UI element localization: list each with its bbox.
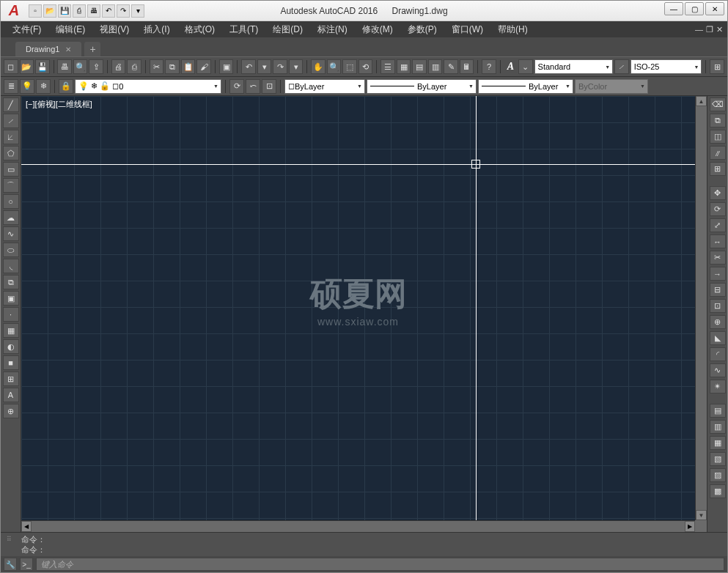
close-button[interactable]: ✕ <box>705 2 724 15</box>
menu-edit[interactable]: 编辑(E) <box>48 23 92 36</box>
command-input[interactable]: 键入命令 <box>36 558 724 571</box>
offset-icon[interactable]: ⫽ <box>710 146 726 160</box>
menu-dimension[interactable]: 标注(N) <box>310 23 355 36</box>
ellipse-arc-icon[interactable]: ◟ <box>3 259 19 273</box>
viewport-controls[interactable]: [−][俯视][二维线框] <box>26 99 92 110</box>
tab-close-icon[interactable]: ✕ <box>65 45 71 53</box>
revcloud-icon[interactable]: ☁ <box>3 210 19 225</box>
publish-icon[interactable]: ⇪ <box>89 59 103 74</box>
insert-block-icon[interactable]: ⧉ <box>3 275 19 289</box>
batch-plot-icon[interactable]: ⎙ <box>127 59 141 74</box>
scroll-up-icon[interactable]: ▲ <box>696 96 707 106</box>
table-icon[interactable]: ⊞ <box>3 371 19 386</box>
polyline-icon[interactable]: ⟀ <box>3 130 19 144</box>
layer-freeze-icon[interactable]: ❄ <box>36 79 51 94</box>
stretch-icon[interactable]: ↔ <box>710 234 726 248</box>
properties-icon[interactable]: ☰ <box>380 59 395 74</box>
text-style-dropdown[interactable]: Standard <box>534 59 614 74</box>
region-icon[interactable]: ■ <box>3 355 19 370</box>
point-icon[interactable]: ∙ <box>3 307 19 322</box>
tool-palette-icon[interactable]: ▤ <box>412 59 427 74</box>
scroll-down-icon[interactable]: ▼ <box>696 510 707 520</box>
join-icon[interactable]: ⊕ <box>710 315 726 329</box>
cmd-prompt-icon[interactable]: >_ <box>20 558 33 571</box>
zoom-prev-icon[interactable]: ⟲ <box>359 59 373 74</box>
layer-dropdown[interactable]: 💡 ❄ 🔓 ◻ 0 <box>75 79 221 94</box>
mtext-icon[interactable]: A <box>3 388 19 402</box>
design-center-icon[interactable]: ▦ <box>397 59 411 74</box>
rectangle-icon[interactable]: ▭ <box>3 162 19 177</box>
doc-minimize-icon[interactable]: — <box>695 25 703 34</box>
print-icon[interactable]: 🖨 <box>111 59 126 74</box>
chamfer-icon[interactable]: ◣ <box>710 331 726 345</box>
layer-lock-icon[interactable]: 🔒 <box>59 79 73 94</box>
fillet-icon[interactable]: ◜ <box>710 347 726 361</box>
markup-icon[interactable]: ✎ <box>444 59 458 74</box>
undo-icon[interactable]: ↶ <box>241 59 256 74</box>
extend-icon[interactable]: → <box>710 267 726 281</box>
table-style-icon[interactable]: ⊞ <box>710 59 724 74</box>
plot-icon[interactable]: 🖶 <box>57 59 72 74</box>
copy-icon[interactable]: ⧉ <box>165 59 180 74</box>
ellipse-icon[interactable]: ⬭ <box>3 243 19 257</box>
zoom-win-icon[interactable]: ⬚ <box>342 59 357 74</box>
plot-preview-icon[interactable]: 🔍 <box>73 59 88 74</box>
qat-saveas-icon[interactable]: ⎙ <box>73 4 86 18</box>
array-icon[interactable]: ⊞ <box>710 162 726 176</box>
make-block-icon[interactable]: ▣ <box>3 291 19 306</box>
open-icon[interactable]: 📂 <box>20 59 34 74</box>
addselect-icon[interactable]: ⊕ <box>3 404 19 418</box>
color-dropdown[interactable]: ◻ ByLayer <box>284 79 365 94</box>
explode-icon[interactable]: ✴ <box>710 380 726 393</box>
drawing-canvas[interactable]: [−][俯视][二维线框] 硕夏网 www.sxiaw.com <box>21 96 695 520</box>
doc-close-icon[interactable]: ✕ <box>716 25 723 34</box>
draworder-above-icon[interactable]: ▦ <box>710 436 726 450</box>
hatch-back-icon[interactable]: ▨ <box>710 468 726 482</box>
tab-add-button[interactable]: + <box>84 42 100 56</box>
arc-icon[interactable]: ⌒ <box>3 178 19 193</box>
layer-prev-icon[interactable]: ⤺ <box>246 79 260 94</box>
lineweight-dropdown[interactable]: ByLayer <box>478 79 573 94</box>
match-prop-icon[interactable]: 🖌 <box>196 59 211 74</box>
mirror-icon[interactable]: ◫ <box>710 130 726 144</box>
menu-help[interactable]: 帮助(H) <box>490 23 535 36</box>
qat-print-icon[interactable]: 🖶 <box>87 4 100 18</box>
save-icon[interactable]: 💾 <box>35 59 50 74</box>
menu-file[interactable]: 文件(F) <box>5 23 48 36</box>
redo-icon[interactable]: ↷ <box>273 59 287 74</box>
calc-icon[interactable]: 🖩 <box>460 59 474 74</box>
horizontal-scrollbar[interactable]: ◀ ▶ <box>21 520 695 532</box>
layer-iso-icon[interactable]: ⊡ <box>262 79 276 94</box>
xline-icon[interactable]: ⟋ <box>3 114 19 128</box>
scroll-left-icon[interactable]: ◀ <box>21 521 32 532</box>
break-point-icon[interactable]: ⊟ <box>710 283 726 297</box>
line-icon[interactable]: ╱ <box>3 97 19 112</box>
circle-icon[interactable]: ○ <box>3 194 19 209</box>
qat-redo-icon[interactable]: ↷ <box>117 4 130 18</box>
menu-parametric[interactable]: 参数(P) <box>400 23 444 36</box>
layer-state-icon[interactable]: ⟳ <box>229 79 244 94</box>
menu-modify[interactable]: 修改(M) <box>355 23 400 36</box>
menu-format[interactable]: 格式(O) <box>177 23 222 36</box>
break-icon[interactable]: ⊡ <box>710 299 726 313</box>
erase-icon[interactable]: ⌫ <box>710 97 726 111</box>
plotstyle-dropdown[interactable]: ByColor <box>575 79 648 94</box>
app-logo[interactable]: A <box>4 2 24 20</box>
copy-obj-icon[interactable]: ⧉ <box>710 114 726 127</box>
move-icon[interactable]: ✥ <box>710 186 726 200</box>
dim-style-dropdown[interactable]: ISO-25 <box>630 59 702 74</box>
menu-view[interactable]: 视图(V) <box>92 23 136 36</box>
menu-tools[interactable]: 工具(T) <box>222 23 265 36</box>
qat-open-icon[interactable]: 📂 <box>43 4 56 18</box>
minimize-button[interactable]: — <box>664 2 683 15</box>
document-tab[interactable]: Drawing1 ✕ <box>15 42 81 56</box>
draworder-back-icon[interactable]: ▥ <box>710 420 726 434</box>
doc-restore-icon[interactable]: ❐ <box>706 25 713 34</box>
vertical-scrollbar[interactable]: ▲ ▼ <box>695 96 707 520</box>
polygon-icon[interactable]: ⬠ <box>3 146 19 160</box>
maximize-button[interactable]: ▢ <box>685 2 704 15</box>
menu-insert[interactable]: 插入(I) <box>136 23 177 36</box>
redo-drop-icon[interactable]: ▾ <box>289 59 304 74</box>
layer-manager-icon[interactable]: ≣ <box>4 79 18 94</box>
help-icon[interactable]: ? <box>482 59 496 74</box>
